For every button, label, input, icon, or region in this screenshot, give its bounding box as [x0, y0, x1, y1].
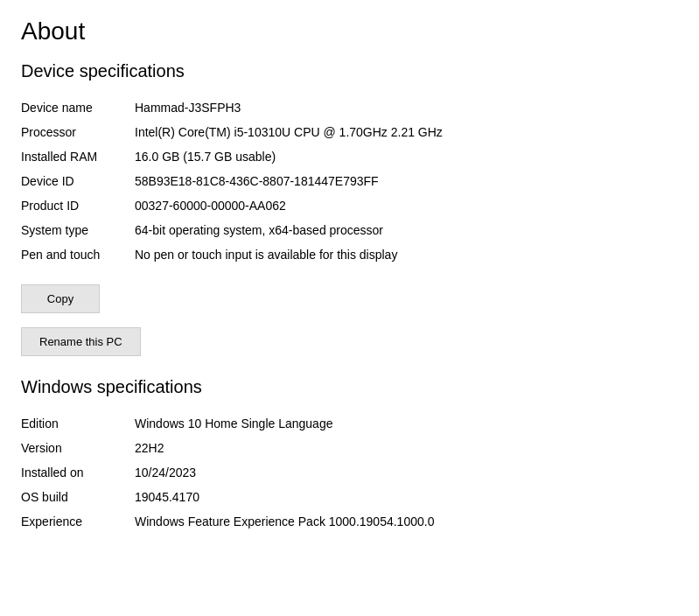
processor-value: Intel(R) Core(TM) i5-10310U CPU @ 1.70GH… — [135, 120, 678, 144]
copy-button-row: Copy — [21, 284, 678, 313]
os-build-label: OS build — [21, 485, 135, 509]
device-specs-section: Device specifications Device name Hammad… — [21, 61, 678, 356]
version-value: 22H2 — [135, 436, 678, 460]
system-type-label: System type — [21, 218, 135, 242]
device-id-label: Device ID — [21, 169, 135, 193]
processor-label: Processor — [21, 120, 135, 144]
device-id-value: 58B93E18-81C8-436C-8807-181447E793FF — [135, 169, 678, 193]
product-id-label: Product ID — [21, 193, 135, 218]
experience-value: Windows Feature Experience Pack 1000.190… — [135, 509, 678, 534]
installed-ram-label: Installed RAM — [21, 144, 135, 169]
device-specs-table: Device name Hammad-J3SFPH3 Processor Int… — [21, 95, 678, 267]
product-id-value: 00327-60000-00000-AA062 — [135, 193, 678, 218]
installed-on-label: Installed on — [21, 460, 135, 485]
device-name-label: Device name — [21, 95, 135, 120]
edition-label: Edition — [21, 411, 135, 436]
installed-on-value: 10/24/2023 — [135, 460, 678, 485]
device-name-value: Hammad-J3SFPH3 — [135, 95, 678, 120]
pen-touch-value: No pen or touch input is available for t… — [135, 242, 678, 267]
device-specs-heading: Device specifications — [21, 61, 678, 81]
windows-specs-section: Windows specifications Edition Windows 1… — [21, 377, 678, 534]
os-build-value: 19045.4170 — [135, 485, 678, 509]
experience-label: Experience — [21, 509, 135, 534]
windows-specs-table: Edition Windows 10 Home Single Language … — [21, 411, 678, 534]
rename-button-row: Rename this PC — [21, 327, 678, 356]
rename-pc-button[interactable]: Rename this PC — [21, 327, 141, 356]
windows-specs-heading: Windows specifications — [21, 377, 678, 397]
edition-value: Windows 10 Home Single Language — [135, 411, 678, 436]
system-type-value: 64-bit operating system, x64-based proce… — [135, 218, 678, 242]
copy-button[interactable]: Copy — [21, 284, 100, 313]
version-label: Version — [21, 436, 135, 460]
page-title: About — [21, 18, 678, 46]
installed-ram-value: 16.0 GB (15.7 GB usable) — [135, 144, 678, 169]
pen-touch-label: Pen and touch — [21, 242, 135, 267]
